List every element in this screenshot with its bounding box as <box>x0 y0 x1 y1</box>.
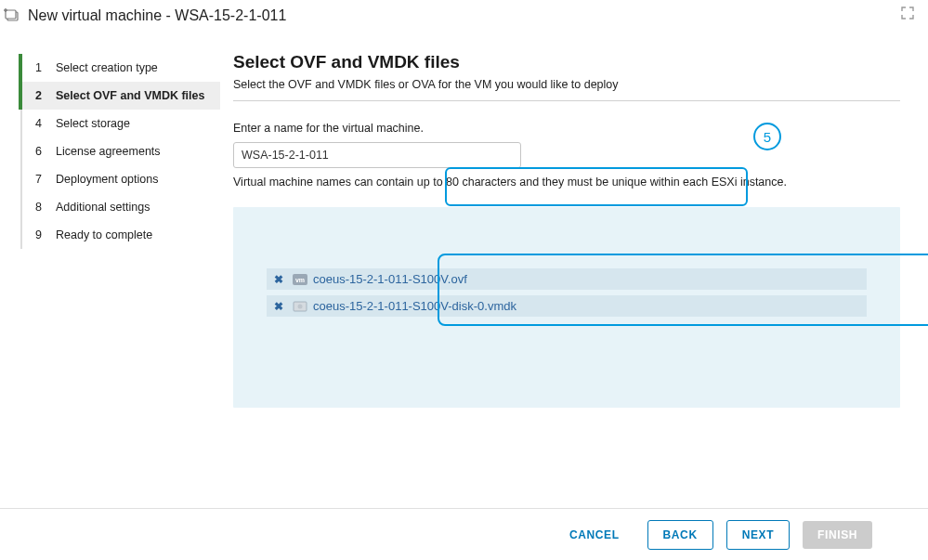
vm-name-label: Enter a name for the virtual machine. <box>233 122 900 135</box>
new-vm-icon <box>4 7 20 24</box>
remove-file-icon[interactable]: ✖ <box>274 300 283 313</box>
step-number: 7 <box>35 173 48 186</box>
window-title: New virtual machine - WSA-15-2-1-011 <box>28 7 286 24</box>
expand-icon[interactable] <box>900 6 915 24</box>
cancel-button[interactable]: CANCEL <box>555 521 634 549</box>
step-ready-to-complete[interactable]: 9 Ready to complete <box>22 221 220 249</box>
step-label: Deployment options <box>56 173 158 186</box>
step-number: 4 <box>35 117 48 130</box>
step-number: 1 <box>35 61 48 74</box>
wizard-steps: 1 Select creation type 2 Select OVF and … <box>20 54 220 249</box>
finish-button: FINISH <box>803 521 872 549</box>
vm-name-input[interactable] <box>233 142 521 168</box>
page-heading: Select OVF and VMDK files <box>233 52 900 72</box>
step-additional-settings[interactable]: 8 Additional settings <box>22 193 220 221</box>
remove-file-icon[interactable]: ✖ <box>274 273 283 286</box>
wizard-footer: CANCEL BACK NEXT FINISH <box>0 508 928 560</box>
next-button[interactable]: NEXT <box>726 520 790 550</box>
step-select-storage[interactable]: 4 Select storage <box>22 110 220 137</box>
main-panel: Select OVF and VMDK files Select the OVF… <box>220 33 928 510</box>
callout-5: 5 <box>753 123 781 150</box>
step-number: 8 <box>35 201 48 214</box>
page-subtitle: Select the OVF and VMDK files or OVA for… <box>233 78 900 101</box>
wizard-sidebar: 1 Select creation type 2 Select OVF and … <box>0 33 220 510</box>
step-label: Ready to complete <box>56 228 152 241</box>
step-label: Select storage <box>56 117 130 130</box>
vm-file-icon: vm <box>293 273 307 286</box>
callout-number: 5 <box>753 123 781 150</box>
step-license-agreements[interactable]: 6 License agreements <box>22 137 220 165</box>
svg-point-7 <box>298 304 303 308</box>
file-dropzone[interactable]: ✖ vm coeus-15-2-1-011-S100V.ovf ✖ <box>233 207 900 408</box>
disk-file-icon <box>293 300 307 313</box>
titlebar: New virtual machine - WSA-15-2-1-011 <box>0 0 928 33</box>
back-button[interactable]: BACK <box>647 520 713 550</box>
file-name: coeus-15-2-1-011-S100V-disk-0.vmdk <box>313 299 516 313</box>
step-number: 9 <box>35 228 48 241</box>
step-select-creation-type[interactable]: 1 Select creation type <box>19 54 220 82</box>
file-name: coeus-15-2-1-011-S100V.ovf <box>313 272 467 286</box>
step-deployment-options[interactable]: 7 Deployment options <box>22 165 220 193</box>
step-number: 2 <box>35 89 48 102</box>
svg-rect-1 <box>6 10 16 19</box>
file-row-vmdk: ✖ coeus-15-2-1-011-S100V-disk-0.vmdk <box>267 295 867 317</box>
vm-name-hint: Virtual machine names can contain up to … <box>233 176 900 189</box>
file-row-ovf: ✖ vm coeus-15-2-1-011-S100V.ovf <box>267 268 867 290</box>
step-label: Select OVF and VMDK files <box>56 89 204 102</box>
step-select-ovf-vmdk[interactable]: 2 Select OVF and VMDK files <box>19 82 220 110</box>
step-label: Select creation type <box>56 61 158 74</box>
step-number: 6 <box>35 145 48 158</box>
step-label: Additional settings <box>56 201 150 214</box>
step-label: License agreements <box>56 145 161 158</box>
svg-text:vm: vm <box>295 277 305 283</box>
